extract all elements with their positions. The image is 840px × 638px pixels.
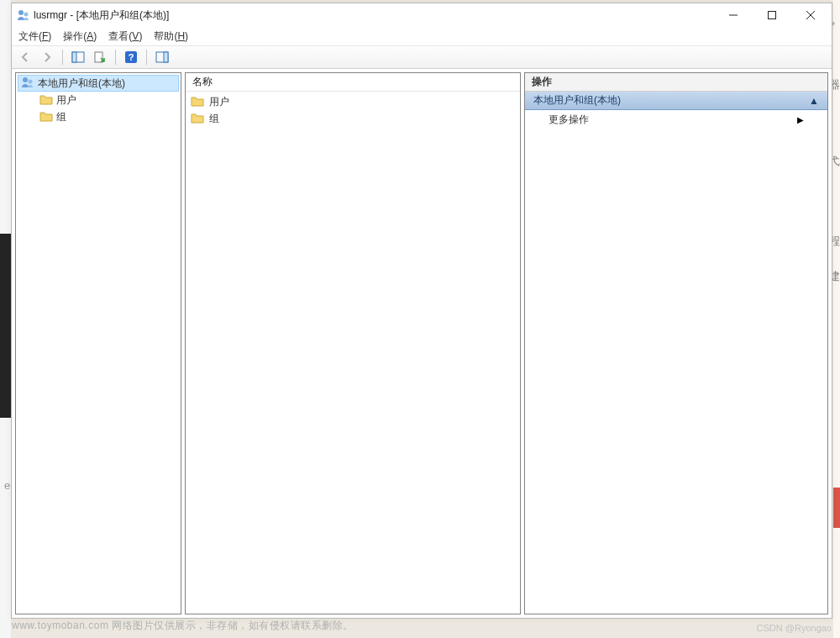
list-item-label: 用户 (209, 95, 229, 109)
toolbar: ? (12, 45, 832, 69)
maximize-button[interactable] (753, 3, 791, 27)
list-column-name[interactable]: 名称 (186, 73, 520, 92)
list-panel: 名称 用户 组 (185, 72, 521, 614)
forward-button[interactable] (37, 47, 57, 67)
app-window: lusrmgr - [本地用户和组(本地)] 文件(F) 操作(A) 查看(V)… (11, 3, 832, 619)
folder-icon (191, 112, 204, 126)
help-button[interactable]: ? (121, 47, 141, 67)
back-button[interactable] (15, 47, 35, 67)
list-item-label: 组 (209, 112, 219, 126)
titlebar[interactable]: lusrmgr - [本地用户和组(本地)] (12, 3, 832, 27)
folder-icon (191, 95, 204, 109)
users-groups-icon (21, 76, 34, 92)
submenu-arrow-icon: ▶ (797, 115, 804, 124)
tree-root-label: 本地用户和组(本地) (38, 76, 125, 91)
tree-root[interactable]: 本地用户和组(本地) (18, 75, 179, 92)
tree-item-groups[interactable]: 组 (18, 108, 179, 125)
window-title: lusrmgr - [本地用户和组(本地)] (34, 8, 169, 23)
actions-group-header[interactable]: 本地用户和组(本地) ▲ (525, 92, 827, 110)
tree-item-users[interactable]: 用户 (18, 92, 179, 108)
show-hide-action-pane-button[interactable] (152, 47, 172, 67)
tree-item-label: 组 (56, 110, 66, 124)
show-hide-tree-button[interactable] (68, 47, 88, 67)
minimize-button[interactable] (714, 3, 753, 27)
svg-point-1 (24, 13, 29, 17)
svg-rect-4 (72, 52, 76, 62)
menu-view[interactable]: 查看(V) (108, 29, 142, 44)
actions-title: 操作 (525, 73, 827, 92)
tree-panel: 本地用户和组(本地) 用户 组 (15, 72, 181, 614)
list-item-users[interactable]: 用户 (187, 93, 518, 110)
svg-text:?: ? (129, 52, 134, 62)
toolbar-separator (146, 50, 147, 65)
watermark-text: www.toymoban.com 网络图片仅供展示，非存储，如有侵权请联系删除。 (12, 619, 354, 633)
app-icon (17, 8, 30, 22)
tree-item-label: 用户 (56, 93, 76, 108)
folder-icon (39, 93, 53, 108)
svg-point-11 (29, 79, 33, 83)
actions-group-label: 本地用户和组(本地) (533, 93, 621, 108)
export-list-button[interactable] (90, 47, 110, 67)
toolbar-separator (62, 50, 63, 65)
menu-help[interactable]: 帮助(H) (154, 29, 188, 44)
svg-point-10 (23, 77, 28, 82)
toolbar-separator (115, 50, 116, 65)
folder-icon (39, 110, 53, 124)
close-button[interactable] (791, 3, 830, 27)
svg-rect-9 (164, 52, 168, 62)
menubar: 文件(F) 操作(A) 查看(V) 帮助(H) (12, 27, 832, 45)
menu-action[interactable]: 操作(A) (63, 29, 97, 44)
csdn-credit: CSDN @Ryongao (757, 623, 832, 633)
svg-point-0 (18, 10, 24, 15)
menu-file[interactable]: 文件(F) (18, 29, 51, 44)
svg-rect-2 (769, 12, 776, 19)
collapse-caret-icon: ▲ (809, 95, 819, 107)
actions-panel: 操作 本地用户和组(本地) ▲ 更多操作 ▶ (524, 72, 828, 614)
actions-more[interactable]: 更多操作 ▶ (525, 110, 827, 129)
list-item-groups[interactable]: 组 (187, 110, 518, 127)
content-area: 本地用户和组(本地) 用户 组 (12, 69, 832, 618)
svg-rect-5 (95, 52, 102, 62)
actions-more-label: 更多操作 (549, 113, 589, 127)
